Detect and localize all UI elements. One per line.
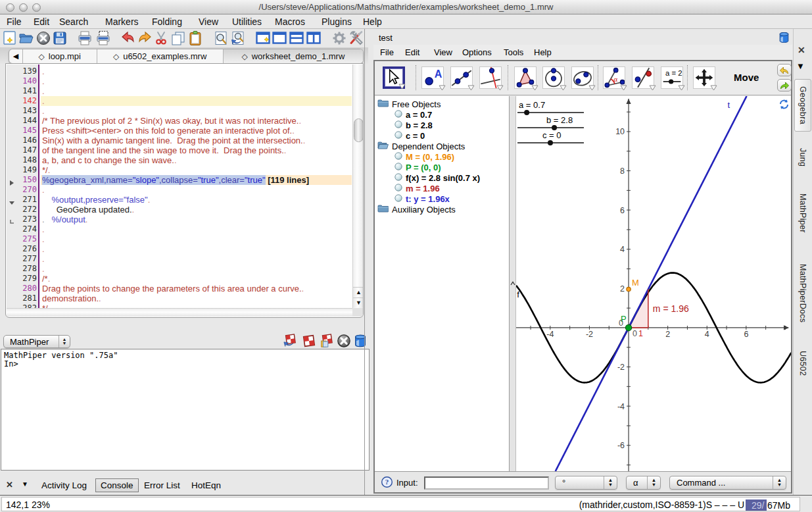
redo-button[interactable]: [777, 79, 792, 91]
tool-dropdown-icon[interactable]: [588, 85, 596, 91]
menu-markers[interactable]: Markers: [105, 16, 139, 27]
right-dock-menu-icon[interactable]: ▼: [796, 61, 805, 71]
menu-file[interactable]: File: [7, 16, 22, 27]
find-again-button[interactable]: [230, 30, 246, 46]
new-file-button[interactable]: [2, 30, 18, 46]
geogebra-menu-options[interactable]: Options: [462, 47, 492, 57]
algebra-item[interactable]: f(x) = 2.8 sin(0.7 x): [394, 172, 480, 183]
tool-dropdown-icon[interactable]: [439, 85, 446, 91]
slider-a-handle[interactable]: [524, 110, 529, 115]
command-combo[interactable]: Command ... ▲▼: [669, 476, 786, 490]
algebra-item[interactable]: m = 1.96: [394, 183, 440, 193]
right-dock-tab-mathpiper[interactable]: MathPiper: [794, 183, 811, 243]
dock-menu-icon[interactable]: ▼: [22, 480, 28, 488]
refresh-view-icon[interactable]: [778, 99, 790, 110]
cut-button[interactable]: [153, 30, 169, 46]
point-M[interactable]: [627, 287, 631, 291]
run-again-button[interactable]: [283, 334, 298, 348]
geogebra-menu-tools[interactable]: Tools: [504, 47, 523, 57]
scrollbar-thumb[interactable]: [354, 118, 364, 142]
tool-dropdown-icon[interactable]: [531, 85, 538, 91]
menu-utilities[interactable]: Utilities: [232, 16, 262, 27]
fold-expanded-icon[interactable]: [9, 197, 15, 203]
right-dock-tab-u6502[interactable]: U6502: [794, 343, 811, 384]
database-button[interactable]: [353, 334, 368, 348]
right-dock-close-icon[interactable]: ✕: [798, 45, 805, 55]
database-icon[interactable]: [778, 31, 790, 44]
unsplit-button[interactable]: [272, 30, 287, 46]
algebra-item[interactable]: P = (0, 0): [394, 162, 441, 172]
editor[interactable]: 1391401411421431441451461471481491502702…: [5, 63, 364, 318]
tool-move-view-button[interactable]: [693, 66, 715, 89]
algebra-group[interactable]: Free Objects: [377, 99, 441, 109]
menu-plugins[interactable]: Plugins: [322, 16, 352, 27]
tool-dropdown-icon[interactable]: [710, 85, 717, 91]
tool-dropdown-icon[interactable]: [560, 85, 567, 91]
tool-circle-center-point-button[interactable]: [542, 66, 565, 89]
tool-dropdown-icon[interactable]: [496, 85, 504, 91]
slider-c-handle[interactable]: [548, 140, 553, 145]
fold-collapsed-icon[interactable]: [9, 177, 15, 184]
tool-dropdown-icon[interactable]: [467, 85, 475, 91]
tool-angle-button[interactable]: α: [603, 66, 625, 89]
paste-button[interactable]: [187, 30, 203, 46]
buffer-tab-u6502_examples.mrw[interactable]: ◇u6502_examples.mrw: [97, 49, 224, 63]
menu-edit[interactable]: Edit: [34, 16, 49, 27]
open-folder-button[interactable]: [18, 30, 34, 46]
undo-button[interactable]: [777, 64, 792, 76]
print-selection-button[interactable]: [95, 30, 111, 46]
degree-combo[interactable]: ° ▲▼: [555, 476, 617, 490]
console-output[interactable]: MathPiper version ".75a" In>: [1, 349, 370, 471]
algebra-group[interactable]: Dependent Objects: [377, 141, 465, 151]
geogebra-input-field[interactable]: [424, 476, 549, 490]
menu-search[interactable]: Search: [59, 16, 88, 27]
algebra-item[interactable]: t: y = 1.96x: [394, 193, 450, 204]
dock-tab-activity-log[interactable]: Activity Log: [37, 478, 91, 492]
kill-button[interactable]: [337, 334, 351, 348]
algebra-view[interactable]: Free Objectsa = 0.7b = 2.8c = 0Dependent…: [375, 96, 510, 471]
dock-tab-error-list[interactable]: Error List: [139, 478, 185, 492]
new-view-button[interactable]: [255, 30, 271, 46]
tool-dropdown-icon[interactable]: [649, 85, 656, 91]
fold-end-icon[interactable]: [9, 217, 15, 223]
tool-perpendicular-line-button[interactable]: [479, 66, 502, 89]
algebra-item[interactable]: b = 2.8: [394, 120, 433, 130]
tool-dropdown-icon[interactable]: [620, 85, 627, 91]
stop-button[interactable]: [302, 334, 316, 348]
split-horizontal-button[interactable]: [289, 30, 304, 46]
tool-line-two-points-button[interactable]: [450, 66, 473, 89]
slider-b-handle[interactable]: [552, 125, 557, 130]
dock-tab-console[interactable]: Console: [95, 478, 139, 492]
stepper-arrows-icon[interactable]: ▲▼: [773, 476, 786, 489]
stepper-arrows-icon[interactable]: ▲▼: [59, 336, 70, 347]
geogebra-menu-help[interactable]: Help: [534, 47, 552, 57]
tool-mirror-at-line-button[interactable]: [632, 66, 654, 89]
geogebra-menu-view[interactable]: View: [434, 47, 452, 57]
algebra-item[interactable]: c = 0: [394, 130, 425, 141]
memory-indicator[interactable]: 29/ 67Mb: [746, 499, 792, 511]
dock-close-icon[interactable]: ✕: [6, 480, 13, 490]
tool-conic-five-points-button[interactable]: [571, 66, 594, 89]
menu-view[interactable]: View: [199, 16, 218, 27]
plugin-manager-button[interactable]: [348, 30, 364, 46]
dock-divider[interactable]: [364, 29, 365, 495]
right-dock-tab-geogebra[interactable]: Geogebra: [794, 79, 811, 132]
global-options-button[interactable]: [331, 30, 347, 46]
function-plot[interactable]: -4-2246108642-2-4-600m = 1.961ftMPa = 0.…: [516, 96, 791, 471]
shell-selector[interactable]: MathPiper ▲▼: [3, 335, 70, 348]
editor-horizontal-scrollbar[interactable]: [7, 308, 352, 317]
geogebra-menu-file[interactable]: File: [380, 47, 394, 57]
splitter-collapse-icon[interactable]: [510, 281, 515, 286]
algebra-graph-splitter[interactable]: [510, 96, 516, 471]
buffer-tab-worksheet_demo_1.mrw[interactable]: ◇worksheet_demo_1.mrw: [224, 49, 363, 63]
point-P[interactable]: [625, 324, 631, 330]
run-to-buffer-button[interactable]: [320, 334, 334, 348]
redo-button[interactable]: [137, 30, 153, 46]
tool-new-point-button[interactable]: A: [421, 66, 444, 89]
save-button[interactable]: [52, 30, 68, 46]
stepper-arrows-icon[interactable]: ▲▼: [647, 476, 660, 489]
algebra-item[interactable]: M = (0, 1.96): [394, 151, 454, 162]
split-vertical-button[interactable]: [306, 30, 322, 46]
tab-scroll-left-button[interactable]: ◀: [9, 49, 23, 63]
right-dock-tab-jung[interactable]: Jung: [794, 142, 811, 173]
